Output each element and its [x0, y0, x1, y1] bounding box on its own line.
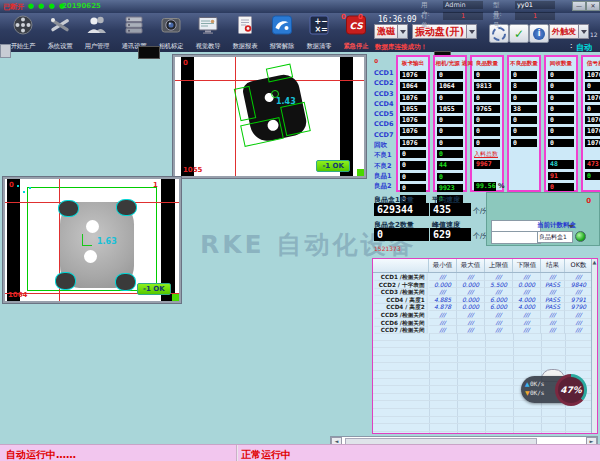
- signal-row-labels: 0 CCD1CCD2CCD3CCD4CCD5CCD6CCD7回吹不良1不良2良品…: [372, 55, 393, 192]
- camera-count: 1055: [183, 166, 202, 174]
- results-header-blank: [373, 259, 429, 272]
- signal-row-label: CCD7: [372, 130, 393, 140]
- mode-colon: ∶: [570, 42, 572, 51]
- signal-cell: 0: [583, 105, 600, 115]
- status-left-text: 自动运行中……: [6, 448, 76, 461]
- status-divider: [236, 445, 238, 461]
- signal-cell: 0: [435, 173, 465, 183]
- confirm-check-button[interactable]: ✓: [509, 24, 529, 43]
- excite-dropdown[interactable]: 激磁: [374, 24, 408, 39]
- results-row: CCD3 /检测关闭 ///////// /////////: [373, 288, 593, 296]
- crosshair-v: [235, 57, 236, 176]
- tools-icon: [49, 15, 71, 39]
- signal-cell: 0: [546, 127, 576, 137]
- auto-mode-label: 自动: [576, 42, 592, 53]
- signal-cell: 0: [472, 71, 502, 81]
- results-header-cell: OK数: [565, 259, 593, 272]
- signal-cell: 1055: [398, 105, 428, 115]
- signal-cell: 0: [398, 173, 428, 183]
- resize-grip[interactable]: [357, 169, 364, 176]
- signal-cell: 0: [472, 139, 502, 149]
- signal-cell: 1076: [583, 116, 600, 126]
- monitor-icon: [197, 15, 219, 39]
- calib-mark: [29, 187, 31, 189]
- signal-corner: 0: [372, 55, 392, 67]
- signal-cell: 0: [435, 150, 465, 160]
- roi-rect: [280, 102, 311, 137]
- alarm-release-icon: [271, 15, 293, 39]
- signal-cell: 0: [435, 116, 465, 126]
- calculator-icon: +−×=: [308, 15, 330, 39]
- memory-gauge[interactable]: 47%: [555, 374, 587, 406]
- count-input-2[interactable]: [491, 231, 541, 244]
- info-button[interactable]: i: [529, 24, 549, 43]
- minimize-button[interactable]: —: [572, 1, 586, 11]
- signal-row-label: CCD4: [372, 99, 393, 109]
- count-target-panel: 0 当前计数料盒 良品料盒1: [486, 192, 600, 246]
- chevron-down-icon[interactable]: [568, 228, 575, 247]
- download-arrow-icon: ▼: [525, 389, 530, 396]
- signal-cell: 1076: [398, 127, 428, 137]
- signal-row-label: CCD3: [372, 89, 393, 99]
- chevron-down-icon[interactable]: [467, 24, 477, 39]
- film-reel-icon: [12, 15, 34, 39]
- data-clear-button[interactable]: +−×= 数据清零: [301, 14, 337, 51]
- resize-grip[interactable]: [172, 294, 179, 301]
- chevron-down-icon[interactable]: [579, 24, 589, 39]
- signal-cell: 1076: [398, 94, 428, 104]
- trigger-count: 12: [590, 31, 598, 38]
- signal-col-board-output: 板卡输出 107610641076105510761076107600000: [396, 55, 430, 192]
- svg-text:=: =: [321, 25, 328, 34]
- results-vertical-scrollbar[interactable]: ▲: [591, 259, 597, 433]
- box1-count-value: 629344: [374, 203, 429, 216]
- side-tab[interactable]: [0, 44, 11, 58]
- signal-cell: 1076: [398, 139, 428, 149]
- signal-row-label: 不良1: [372, 150, 393, 160]
- toolbar: 开始生产 系统设置 用户管理 通讯设置 相机标定 视觉教导 数据报表 报警解除: [0, 13, 600, 52]
- camera-view-top[interactable]: 0 1055 1.43 -1 OK: [173, 55, 366, 178]
- camera-view-bottom[interactable]: 0 1 1064 1.63 -1 OK: [3, 177, 181, 303]
- trigger-mode-dropdown[interactable]: 外触发: [549, 24, 589, 39]
- results-row: CCD2 / 十字表面 0.0000.0005.500 0.000PASS984…: [373, 281, 593, 289]
- download-speed: 0K/s: [530, 389, 544, 396]
- title-bar: 已断开 ● ● ● ● 20190625: [0, 0, 600, 13]
- signal-cell: 0: [509, 127, 539, 137]
- result-badge: -1 OK: [137, 283, 171, 295]
- signal-extra-cell: 91: [546, 172, 576, 182]
- signal-row-label: CCD5: [372, 109, 393, 119]
- close-button[interactable]: ✕: [586, 1, 600, 11]
- user-management-button[interactable]: 用户管理: [79, 14, 115, 51]
- data-report-button[interactable]: 数据报表: [227, 14, 263, 51]
- info-icon: i: [533, 28, 545, 40]
- alarm-release-button[interactable]: 报警解除: [264, 14, 300, 51]
- signal-cell: 0: [546, 105, 576, 115]
- signal-cell: 1076: [583, 94, 600, 104]
- results-row: CCD4 / 高度2 4.8780.0006.000 4.000PASS9790: [373, 303, 593, 311]
- signal-row-label: CCD6: [372, 119, 393, 129]
- chevron-down-icon[interactable]: [398, 24, 408, 39]
- count-box-select[interactable]: 良品料盒1: [537, 231, 573, 243]
- signal-cell: 0: [509, 116, 539, 126]
- signal-row-label: 良品1: [372, 171, 393, 181]
- server-icon: [123, 15, 145, 39]
- measure-value: 1.43: [276, 97, 296, 106]
- signal-cell: 38: [509, 105, 539, 115]
- calib-mark: [23, 191, 25, 193]
- signal-cell: 0: [472, 127, 502, 137]
- grand-total-small: 1521373: [374, 245, 401, 252]
- batch-value: 1: [515, 12, 555, 20]
- vision-teaching-button[interactable]: 视觉教导: [190, 14, 226, 51]
- intake-total-value-slot: 9967: [472, 160, 502, 170]
- status-bar: 自动运行中…… 正常运行中: [0, 444, 600, 461]
- results-header-cell: 结果: [541, 259, 565, 272]
- status-dots-icon: ● ● ● ●: [28, 2, 66, 10]
- signal-cell: 1064: [435, 82, 465, 92]
- signal-cell: 0: [546, 94, 576, 104]
- signal-cell: 1055: [435, 105, 465, 115]
- signal-cell: 9813: [472, 82, 502, 92]
- signal-row-label: CCD2: [372, 78, 393, 88]
- status-led: [575, 231, 586, 242]
- signal-extra-cell: 48: [546, 160, 576, 170]
- system-settings-button[interactable]: 系统设置: [42, 14, 78, 51]
- batch-label: 批号:: [493, 12, 502, 30]
